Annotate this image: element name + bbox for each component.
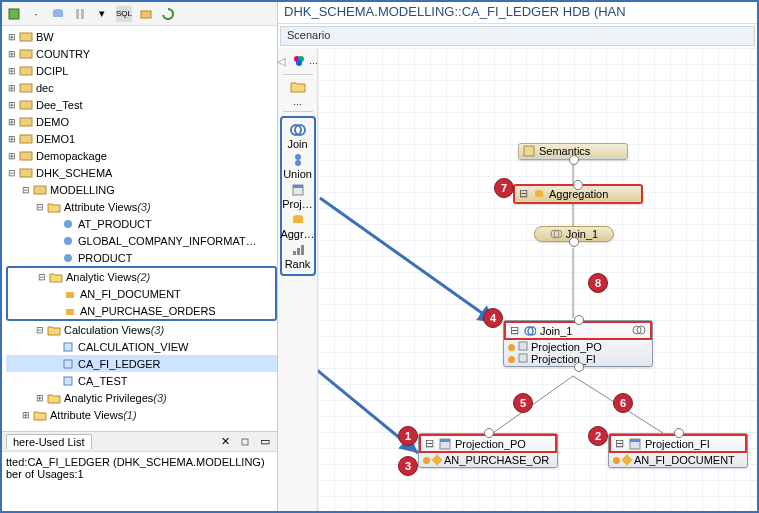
more-icon[interactable]: ▾ bbox=[94, 6, 110, 22]
editor-title: DHK_SCHEMA.MODELLING::CA_FI_LEDGER HDB (… bbox=[278, 2, 757, 24]
svg-rect-57 bbox=[440, 439, 450, 442]
node-join1[interactable]: ⊟Join_1 Projection_PO Projection_FI bbox=[503, 320, 653, 367]
svg-rect-13 bbox=[20, 152, 32, 160]
svg-point-27 bbox=[296, 60, 302, 66]
scenario-label: Scenario bbox=[280, 26, 755, 46]
svg-rect-55 bbox=[519, 354, 527, 362]
palette-aggregation[interactable]: Aggr… bbox=[280, 212, 314, 240]
tree-leaf[interactable]: GLOBAL_COMPANY_INFORMAT… bbox=[6, 232, 277, 249]
tree-item[interactable]: ⊞DCIPL bbox=[6, 62, 277, 79]
tree-leaf-an-fi-document[interactable]: AN_FI_DOCUMENT bbox=[8, 285, 275, 302]
svg-point-18 bbox=[64, 254, 72, 262]
tree-leaf-ca-fi-ledger[interactable]: CA_FI_LEDGER bbox=[6, 355, 277, 372]
tree-folder-attribute-views-2[interactable]: ⊞Attribute Views(1) bbox=[6, 406, 277, 423]
node-projection-fi[interactable]: ⊟Projection_FI AN_FI_DOCUMENT bbox=[608, 433, 748, 468]
svg-point-30 bbox=[295, 154, 301, 160]
palette-join[interactable]: Join bbox=[287, 122, 307, 150]
tools-icon[interactable] bbox=[72, 6, 88, 22]
tree-leaf-an-purchase-orders[interactable]: AN_PURCHASE_ORDERS bbox=[8, 302, 275, 319]
svg-rect-14 bbox=[20, 169, 32, 177]
node-join1-label[interactable]: Join_1 bbox=[534, 226, 614, 242]
marker-1: 1 bbox=[398, 426, 418, 446]
tree-leaf[interactable]: PRODUCT bbox=[6, 249, 277, 266]
tree-item[interactable]: ⊞DEMO bbox=[6, 113, 277, 130]
tree-item[interactable]: ⊞DEMO1 bbox=[6, 130, 277, 147]
minimize-icon[interactable]: ▭ bbox=[257, 434, 273, 450]
pin-icon[interactable] bbox=[237, 434, 253, 450]
palette-tools: Join Union Proj… Aggr… Rank bbox=[280, 116, 316, 276]
svg-rect-12 bbox=[20, 135, 32, 143]
svg-rect-9 bbox=[20, 84, 32, 92]
tree-item-modelling[interactable]: ⊟MODELLING bbox=[6, 181, 277, 198]
where-used-text: tted:CA_FI_LEDGER (DHK_SCHEMA.MODELLING) bbox=[6, 456, 273, 468]
palette-rank[interactable]: Rank bbox=[285, 242, 311, 270]
tree-item[interactable]: ⊞COUNTRY bbox=[6, 45, 277, 62]
palette-folder-icon[interactable] bbox=[290, 79, 306, 95]
svg-rect-45 bbox=[524, 146, 534, 156]
tree-item[interactable]: ⊞Dee_Test bbox=[6, 96, 277, 113]
palette-more-icon[interactable]: … bbox=[309, 56, 318, 66]
svg-point-31 bbox=[295, 160, 301, 166]
svg-rect-59 bbox=[630, 439, 640, 442]
marker-8: 8 bbox=[588, 273, 608, 293]
marker-6: 6 bbox=[613, 393, 633, 413]
separator-icon: · bbox=[28, 6, 44, 22]
svg-rect-15 bbox=[34, 186, 46, 194]
svg-rect-5 bbox=[141, 11, 151, 18]
sql-icon[interactable]: SQL bbox=[116, 6, 132, 22]
where-used-text: ber of Usages:1 bbox=[6, 468, 273, 480]
tree-item-dhk[interactable]: ⊟DHK_SCHEMA bbox=[6, 164, 277, 181]
palette-projection[interactable]: Proj… bbox=[282, 182, 313, 210]
svg-rect-22 bbox=[64, 360, 72, 368]
refresh-icon[interactable] bbox=[160, 6, 176, 22]
palette-colors-icon[interactable] bbox=[291, 53, 307, 69]
svg-line-39 bbox=[320, 198, 496, 323]
svg-rect-20 bbox=[66, 309, 74, 315]
tree-folder-attribute-views[interactable]: ⊟Attribute Views(3) bbox=[6, 198, 277, 215]
tab-where-used[interactable]: here-Used List bbox=[6, 434, 92, 449]
new-icon[interactable] bbox=[6, 6, 22, 22]
marker-2: 2 bbox=[588, 426, 608, 446]
node-aggregation[interactable]: ⊟Aggregation bbox=[513, 184, 643, 204]
svg-rect-0 bbox=[9, 9, 19, 19]
svg-rect-35 bbox=[293, 217, 303, 223]
marker-7: 7 bbox=[494, 178, 514, 198]
node-projection-po[interactable]: ⊟Projection_PO AN_PURCHASE_OR bbox=[418, 433, 558, 468]
tree-item[interactable]: ⊞Demopackage bbox=[6, 147, 277, 164]
marker-5: 5 bbox=[513, 393, 533, 413]
tree-leaf[interactable]: CALCULATION_VIEW bbox=[6, 338, 277, 355]
tree-item[interactable]: ⊞dec bbox=[6, 79, 277, 96]
svg-line-43 bbox=[493, 376, 573, 433]
package-icon[interactable] bbox=[138, 6, 154, 22]
svg-rect-7 bbox=[20, 50, 32, 58]
svg-rect-36 bbox=[293, 251, 296, 255]
join-indicator-icon bbox=[632, 325, 646, 337]
tree-folder-calculation-views[interactable]: ⊟Calculation Views(3) bbox=[6, 321, 277, 338]
palette: ◁ … … Join Union Proj… Aggr… Rank bbox=[278, 48, 318, 511]
tree-item[interactable]: ⊞BW bbox=[6, 28, 277, 45]
svg-rect-11 bbox=[20, 118, 32, 126]
svg-rect-4 bbox=[81, 9, 84, 19]
svg-rect-23 bbox=[64, 377, 72, 385]
svg-rect-3 bbox=[76, 9, 79, 19]
palette-more-icon[interactable]: … bbox=[293, 97, 302, 107]
tree-folder-analytic-views[interactable]: ⊟Analytic Views(2) bbox=[8, 268, 275, 285]
close-icon[interactable]: ✕ bbox=[217, 434, 233, 450]
tree-leaf[interactable]: AT_PRODUCT bbox=[6, 215, 277, 232]
palette-union[interactable]: Union bbox=[283, 152, 312, 180]
svg-rect-33 bbox=[293, 185, 303, 188]
node-semantics[interactable]: Semantics bbox=[518, 143, 628, 160]
svg-rect-47 bbox=[535, 192, 543, 197]
svg-rect-8 bbox=[20, 67, 32, 75]
svg-rect-38 bbox=[301, 245, 304, 255]
palette-back-icon[interactable]: ◁ bbox=[277, 55, 289, 68]
tree-leaf[interactable]: CA_TEST bbox=[6, 372, 277, 389]
db-icon[interactable] bbox=[50, 6, 66, 22]
svg-rect-19 bbox=[66, 292, 74, 298]
navigator-panel: · ▾ SQL ⊞BW ⊞COUNTRY ⊞DCIPL ⊞dec ⊞Dee_Te… bbox=[2, 2, 278, 511]
svg-rect-10 bbox=[20, 101, 32, 109]
navigator-tree[interactable]: ⊞BW ⊞COUNTRY ⊞DCIPL ⊞dec ⊞Dee_Test ⊞DEMO… bbox=[2, 26, 277, 431]
marker-4: 4 bbox=[483, 308, 503, 328]
scenario-canvas[interactable]: Semantics ⊟Aggregation 7 Join_1 8 ⊟Jo bbox=[318, 48, 757, 511]
tree-folder-analytic-privileges[interactable]: ⊞Analytic Privileges(3) bbox=[6, 389, 277, 406]
